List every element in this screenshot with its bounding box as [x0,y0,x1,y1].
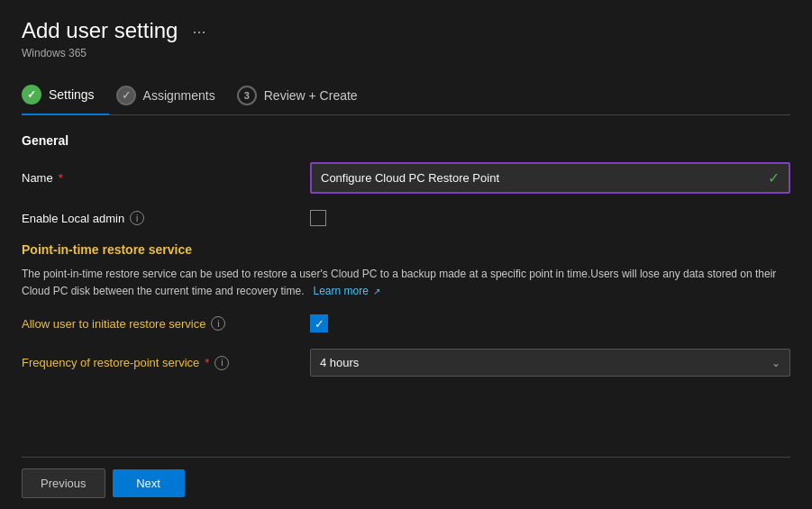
tab-settings[interactable]: ✓ Settings [22,76,109,115]
footer: Previous Next [22,457,790,509]
main-container: Add user setting ··· Windows 365 ✓ Setti… [0,0,812,509]
frequency-select-value: 4 hours [320,356,359,369]
assignments-tab-icon: ✓ [116,86,136,105]
name-check-icon: ✓ [768,169,780,186]
ellipsis-menu[interactable]: ··· [192,23,205,41]
name-label: Name * [22,171,310,185]
review-tab-icon: 3 [237,86,257,105]
frequency-label: Frequency of restore-point service * i [22,356,310,370]
frequency-required-star: * [205,356,209,369]
frequency-row: Frequency of restore-point service * i 4… [22,349,790,377]
pit-title: Point-in-time restore service [22,242,790,257]
content-area: General Name * Configure Cloud PC Restor… [22,133,790,457]
previous-button[interactable]: Previous [22,468,105,498]
external-link-icon: ↗ [373,285,380,299]
frequency-chevron-icon: ⌄ [771,357,780,369]
tab-review-create[interactable]: 3 Review + Create [237,77,372,114]
name-row: Name * Configure Cloud PC Restore Point … [22,162,790,194]
general-section-title: General [22,133,790,148]
learn-more-link[interactable]: Learn more ↗ [310,285,380,297]
allow-restore-info-icon[interactable]: i [211,316,225,331]
allow-restore-label: Allow user to initiate restore service i [22,316,310,331]
frequency-select[interactable]: 4 hours ⌄ [310,349,790,377]
page-subtitle: Windows 365 [22,47,790,59]
settings-tab-icon: ✓ [22,85,41,105]
review-tab-number: 3 [244,90,250,101]
frequency-info-icon[interactable]: i [214,356,229,370]
pit-section: Point-in-time restore service The point-… [22,242,790,377]
assignments-tab-label: Assignments [143,88,215,103]
enable-local-admin-info-icon[interactable]: i [130,211,144,225]
enable-local-admin-checkbox[interactable] [310,210,326,226]
tabs-container: ✓ Settings ✓ Assignments 3 Review + Crea… [22,76,790,115]
page-title: Add user setting [22,18,178,43]
enable-local-admin-row: Enable Local admin i [22,210,790,226]
settings-tab-label: Settings [49,87,95,102]
name-input[interactable]: Configure Cloud PC Restore Point ✓ [310,162,790,194]
tab-assignments[interactable]: ✓ Assignments [116,77,230,114]
allow-restore-row: Allow user to initiate restore service i… [22,314,790,332]
pit-description: The point-in-time restore service can be… [22,266,790,300]
next-button[interactable]: Next [113,469,185,497]
enable-local-admin-label: Enable Local admin i [22,211,310,225]
name-input-value: Configure Cloud PC Restore Point [321,171,499,185]
allow-restore-checkbox[interactable]: ✓ [310,314,328,332]
review-tab-label: Review + Create [264,88,358,103]
name-required-star: * [59,171,63,185]
